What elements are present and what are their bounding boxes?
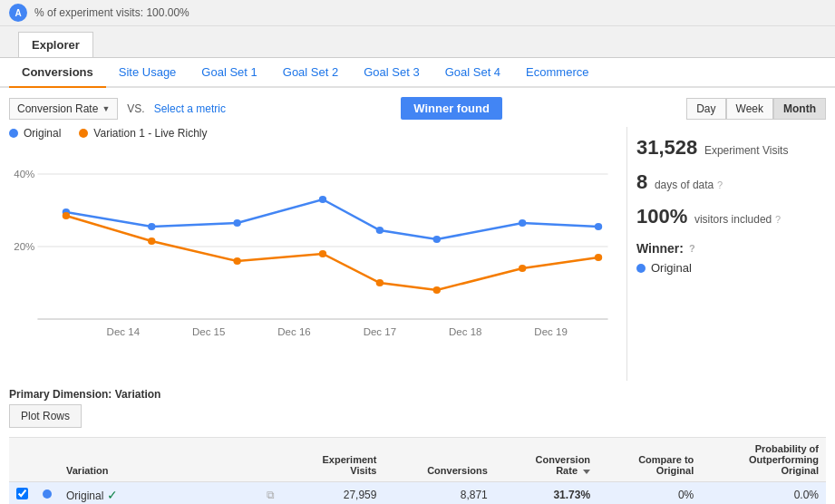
visitors-label: visitors included <box>694 213 772 226</box>
winner-blue-dot <box>636 264 646 273</box>
nav-tab-goal-set-3[interactable]: Goal Set 3 <box>351 58 432 88</box>
td-compare-original: 0% <box>597 482 701 505</box>
original-color-dot <box>43 489 52 499</box>
nav-tab-goal-set-2[interactable]: Goal Set 2 <box>270 58 351 88</box>
th-check <box>9 438 35 482</box>
visits-value: 31,528 <box>636 136 697 159</box>
svg-point-7 <box>233 219 240 227</box>
legend: Original Variation 1 - Live Richly <box>9 127 617 140</box>
plot-rows-button[interactable]: Plot Rows <box>9 404 82 428</box>
nav-tab-ecommerce[interactable]: Ecommerce <box>513 58 601 88</box>
svg-text:Dec 14: Dec 14 <box>107 326 140 337</box>
winner-help-icon[interactable]: ? <box>689 243 695 254</box>
days-help-icon[interactable]: ? <box>717 179 723 190</box>
primary-dim-label: Primary Dimension: <box>9 388 112 401</box>
table-header-row: Variation ExperimentVisits Conversions C… <box>9 438 826 482</box>
winner-name-row: Original <box>636 261 817 275</box>
primary-dim-value: Variation <box>115 388 161 401</box>
time-buttons: Day Week Month <box>686 98 826 120</box>
week-button[interactable]: Week <box>726 98 773 120</box>
legend-original: Original <box>9 127 61 140</box>
svg-point-10 <box>433 236 441 243</box>
month-button[interactable]: Month <box>773 98 826 120</box>
svg-text:Dec 16: Dec 16 <box>277 326 310 337</box>
th-color <box>35 438 59 482</box>
svg-text:40%: 40% <box>14 169 34 179</box>
legend-variation-label: Variation 1 - Live Richly <box>93 127 207 140</box>
svg-point-12 <box>595 223 602 230</box>
svg-text:Dec 15: Dec 15 <box>192 326 225 337</box>
td-visits-original: 27,959 <box>282 482 384 505</box>
svg-point-18 <box>433 286 441 294</box>
experiment-visits-stat: 31,528 Experiment Visits <box>636 136 817 160</box>
table-body: Original ✓ ⧉ 27,959 8,871 31.73% 0% 0.0% <box>9 482 826 505</box>
legend-variation: Variation 1 - Live Richly <box>79 127 207 140</box>
legend-original-label: Original <box>24 127 61 140</box>
svg-point-16 <box>319 250 326 257</box>
top-bar-text: % of experiment visits: 100.00% <box>34 6 189 19</box>
stats-panel: 31,528 Experiment Visits 8 days of data … <box>626 127 826 381</box>
variation-dot <box>79 129 88 138</box>
checkbox-original[interactable] <box>16 488 28 499</box>
days-value: 8 <box>636 170 647 193</box>
line-chart: 40% 20% <box>9 147 617 346</box>
winner-name-label: Original <box>651 261 692 275</box>
th-copy <box>248 438 282 482</box>
svg-text:Dec 19: Dec 19 <box>534 326 567 337</box>
td-conv-rate-original: 31.73% <box>495 482 597 505</box>
data-table: Variation ExperimentVisits Conversions C… <box>9 438 826 504</box>
nav-tabs: ConversionsSite UsageGoal Set 1Goal Set … <box>0 58 835 88</box>
svg-point-20 <box>595 254 602 261</box>
metric-label: Conversion Rate <box>17 102 98 115</box>
vs-label: VS. <box>127 102 144 115</box>
top-bar: A % of experiment visits: 100.00% <box>0 0 835 26</box>
svg-point-11 <box>519 219 526 227</box>
svg-point-19 <box>519 265 526 272</box>
visits-label: Experiment Visits <box>704 144 788 157</box>
day-button[interactable]: Day <box>686 98 725 120</box>
svg-point-8 <box>319 196 326 203</box>
visitors-stat: 100% visitors included ? <box>636 205 817 228</box>
winner-section: Winner: ? Original <box>636 241 817 275</box>
table-row: Original ✓ ⧉ 27,959 8,871 31.73% 0% 0.0% <box>9 482 826 505</box>
td-prob-original: 0.0% <box>701 482 826 505</box>
nav-tab-site-usage[interactable]: Site Usage <box>106 58 189 88</box>
svg-point-15 <box>233 257 240 265</box>
th-variation: Variation <box>59 438 248 482</box>
primary-dimension: Primary Dimension: Variation <box>9 388 826 401</box>
table-container: Variation ExperimentVisits Conversions C… <box>9 437 826 504</box>
td-check-original[interactable] <box>9 482 35 505</box>
original-dot <box>9 129 18 138</box>
copy-icon: ⧉ <box>267 489 275 501</box>
nav-tab-goal-set-1[interactable]: Goal Set 1 <box>189 58 269 88</box>
select-metric-link[interactable]: Select a metric <box>154 102 226 115</box>
winner-heading: Winner: ? <box>636 241 817 256</box>
th-conv-rate[interactable]: ConversionRate <box>495 438 597 482</box>
td-copy-original[interactable]: ⧉ <box>248 482 282 505</box>
td-color-original <box>35 482 59 505</box>
controls-row: Conversion Rate ▼ VS. Select a metric Wi… <box>9 97 826 120</box>
visitors-help-icon[interactable]: ? <box>775 214 781 225</box>
sort-icon <box>583 470 590 474</box>
th-compare: Compare toOriginal <box>597 438 701 482</box>
th-prob: Probability ofOutperformingOriginal <box>701 438 826 482</box>
chevron-down-icon: ▼ <box>102 104 110 113</box>
th-visits: ExperimentVisits <box>282 438 384 482</box>
svg-point-9 <box>376 227 384 234</box>
content: Conversion Rate ▼ VS. Select a metric Wi… <box>0 88 835 504</box>
td-name-original: Original ✓ <box>59 482 248 505</box>
nav-tab-conversions[interactable]: Conversions <box>9 58 106 88</box>
svg-text:Dec 17: Dec 17 <box>364 326 396 337</box>
svg-point-17 <box>376 279 384 286</box>
td-conversions-original: 8,871 <box>384 482 494 505</box>
explorer-tab[interactable]: Explorer <box>18 32 93 57</box>
days-label: days of data <box>655 179 714 191</box>
visitors-value: 100% <box>636 205 687 228</box>
svg-point-6 <box>148 223 155 230</box>
brand-icon: A <box>9 4 27 22</box>
chart-stats-container: Original Variation 1 - Live Richly 40% 2… <box>9 127 826 381</box>
winner-badge: Winner found <box>401 97 502 120</box>
nav-tab-goal-set-4[interactable]: Goal Set 4 <box>432 58 513 88</box>
chart-area: Original Variation 1 - Live Richly 40% 2… <box>9 127 617 381</box>
metric-selector[interactable]: Conversion Rate ▼ <box>9 98 118 120</box>
